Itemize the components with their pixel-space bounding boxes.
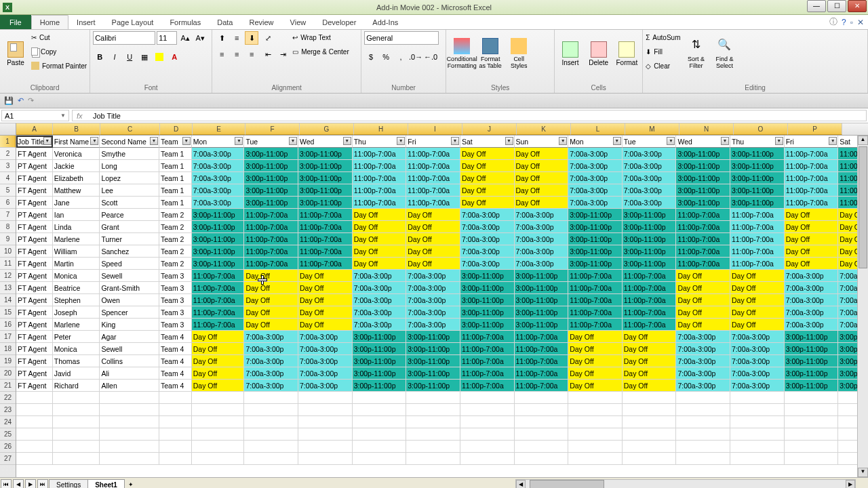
shift-cell[interactable]: Day Off <box>192 367 245 380</box>
indent-increase-button[interactable]: ⇥ <box>276 47 290 61</box>
shift-cell[interactable]: Day Off <box>244 294 298 306</box>
column-filter-header[interactable]: Fri▼ <box>785 136 839 148</box>
data-cell[interactable]: Sewell <box>100 343 159 355</box>
merge-center-button[interactable]: ▭Merge & Center <box>292 45 349 58</box>
filter-dropdown-icon[interactable]: ▼ <box>559 137 567 145</box>
shift-cell[interactable]: 11:00p-7:00a <box>244 209 298 221</box>
shift-cell[interactable]: Day Off <box>568 355 623 367</box>
shift-cell[interactable]: Day Off <box>623 331 677 343</box>
empty-cell[interactable] <box>100 441 159 453</box>
data-cell[interactable]: Team 3 <box>159 306 192 319</box>
row-header[interactable]: 25 <box>0 428 16 441</box>
shift-cell[interactable]: 11:00p-7:00a <box>406 148 460 160</box>
format-cells-button[interactable]: Format <box>614 31 639 76</box>
empty-cell[interactable] <box>568 392 623 404</box>
empty-cell[interactable] <box>460 416 515 428</box>
align-middle-button[interactable]: ≡ <box>230 31 243 45</box>
sort-filter-button[interactable]: ⇅Sort & Filter <box>683 31 709 76</box>
shift-cell[interactable]: 11:00p-7:00a <box>244 233 298 245</box>
column-filter-header[interactable]: Thu▼ <box>730 136 785 148</box>
indent-decrease-button[interactable]: ⇤ <box>261 47 275 61</box>
shift-cell[interactable]: 7:00a-3:00p <box>353 282 407 294</box>
empty-cell[interactable] <box>159 441 192 453</box>
shift-cell[interactable]: Day Off <box>515 197 569 209</box>
shift-cell[interactable]: Day Off <box>676 270 730 282</box>
row-header[interactable]: 8 <box>0 221 16 233</box>
shift-cell[interactable]: 3:00p-11:00p <box>298 197 353 209</box>
shift-cell[interactable]: 11:00p-7:00a <box>623 270 677 282</box>
shift-cell[interactable]: 7:00a-3:00p <box>623 148 677 160</box>
tab-home[interactable]: Home <box>31 15 68 29</box>
delete-cells-button[interactable]: Delete <box>586 31 612 76</box>
empty-cell[interactable] <box>298 416 353 428</box>
shift-cell[interactable]: 11:00p-7:00a <box>515 355 569 367</box>
shift-cell[interactable]: 3:00p-11:00p <box>623 233 677 245</box>
shift-cell[interactable]: Day Off <box>623 343 677 355</box>
shift-cell[interactable]: 7:00a-3:00p <box>730 380 785 392</box>
column-filter-header[interactable]: Job Title▼ <box>16 136 53 148</box>
empty-cell[interactable] <box>244 404 298 416</box>
column-header[interactable]: A <box>16 123 53 135</box>
shift-cell[interactable]: 11:00p-7:00a <box>568 270 623 282</box>
empty-cell[interactable] <box>730 416 785 428</box>
shift-cell[interactable]: 7:00a-3:00p <box>623 197 677 209</box>
data-cell[interactable]: Team 4 <box>159 380 192 392</box>
shift-cell[interactable]: 7:00a-3:00p <box>568 148 623 160</box>
number-format-select[interactable] <box>364 31 439 45</box>
shift-cell[interactable]: 11:00p-7:00a <box>676 245 730 258</box>
filter-dropdown-icon[interactable]: ▼ <box>397 137 405 145</box>
empty-cell[interactable] <box>353 453 407 465</box>
cell-styles-button[interactable]: Cell Styles <box>506 31 532 76</box>
empty-cell[interactable] <box>730 404 785 416</box>
empty-cell[interactable] <box>16 428 53 441</box>
data-cell[interactable]: FT Agent <box>16 355 53 367</box>
align-top-button[interactable]: ⬆ <box>215 31 229 45</box>
filter-dropdown-icon[interactable]: ▼ <box>667 137 675 145</box>
shift-cell[interactable]: 11:00p-7:00a <box>192 294 245 306</box>
data-cell[interactable]: Agar <box>100 331 159 343</box>
shift-cell[interactable]: 7:00a-3:00p <box>192 184 245 197</box>
shift-cell[interactable]: 7:00a-3:00p <box>192 148 245 160</box>
shift-cell[interactable]: 11:00p-7:00a <box>785 184 839 197</box>
shift-cell[interactable]: 11:00p-7:00a <box>192 306 245 319</box>
data-cell[interactable]: Team 3 <box>159 282 192 294</box>
shift-cell[interactable]: Day Off <box>730 306 785 319</box>
worksheet-grid[interactable]: ABCDEFGHIJKLMNOP 12345678910111213141516… <box>0 123 868 477</box>
shift-cell[interactable]: Day Off <box>353 221 407 233</box>
shift-cell[interactable]: 11:00p-7:00a <box>730 258 785 270</box>
data-cell[interactable]: PT Agent <box>16 343 53 355</box>
shift-cell[interactable]: 3:00p-11:00p <box>515 270 569 282</box>
shift-cell[interactable]: 11:00p-7:00a <box>298 233 353 245</box>
empty-cell[interactable] <box>406 392 460 404</box>
increase-decimal-button[interactable]: .0→ <box>409 50 422 64</box>
shift-cell[interactable]: 7:00a-3:00p <box>676 355 730 367</box>
shift-cell[interactable]: 7:00a-3:00p <box>676 380 730 392</box>
shift-cell[interactable]: Day Off <box>406 245 460 258</box>
shift-cell[interactable]: 7:00a-3:00p <box>623 184 677 197</box>
horizontal-scrollbar[interactable]: ◀ ▶ <box>515 479 856 488</box>
shift-cell[interactable]: 7:00a-3:00p <box>515 258 569 270</box>
empty-cell[interactable] <box>623 441 677 453</box>
shift-cell[interactable]: 7:00a-3:00p <box>623 160 677 172</box>
shift-cell[interactable]: 11:00p-7:00a <box>298 245 353 258</box>
column-filter-header[interactable]: Mon▼ <box>192 136 245 148</box>
shift-cell[interactable]: Day Off <box>785 233 839 245</box>
name-box[interactable]: A1 ▼ <box>1 110 69 121</box>
shift-cell[interactable]: Day Off <box>192 331 245 343</box>
empty-cell[interactable] <box>515 392 569 404</box>
shift-cell[interactable]: 7:00a-3:00p <box>192 172 245 184</box>
help-icon[interactable]: ? <box>842 18 846 27</box>
shift-cell[interactable]: 3:00p-11:00p <box>730 160 785 172</box>
shift-cell[interactable]: Day Off <box>192 380 245 392</box>
shift-cell[interactable]: 11:00p-7:00a <box>353 184 407 197</box>
percent-button[interactable]: % <box>379 50 393 64</box>
row-header[interactable]: 21 <box>0 380 16 392</box>
column-header[interactable]: F <box>245 123 300 135</box>
help-min-icon[interactable]: ⓘ <box>829 16 837 28</box>
shift-cell[interactable]: Day Off <box>515 160 569 172</box>
formula-input[interactable] <box>90 112 866 120</box>
scroll-up-icon[interactable]: ▲ <box>858 136 868 145</box>
shift-cell[interactable]: 3:00p-11:00p <box>785 380 839 392</box>
shift-cell[interactable]: 11:00p-7:00a <box>730 233 785 245</box>
shift-cell[interactable]: 7:00a-3:00p <box>406 294 460 306</box>
